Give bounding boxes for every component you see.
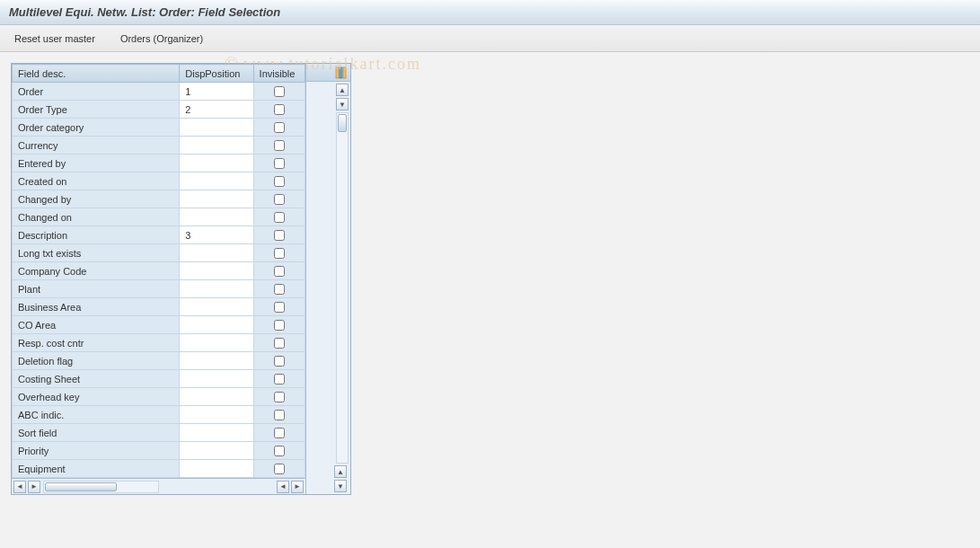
table-row[interactable]: Long txt exists [13, 244, 305, 262]
disp-position-cell[interactable]: 2 [180, 101, 253, 119]
disp-position-cell[interactable]: 1 [180, 83, 253, 101]
invisible-checkbox[interactable] [274, 176, 285, 187]
table-row[interactable]: Entered by [13, 155, 305, 172]
hscroll-right-button[interactable]: ► [28, 481, 40, 493]
vscroll-up-button[interactable]: ▲ [336, 84, 349, 96]
invisible-checkbox[interactable] [274, 356, 285, 367]
invisible-checkbox[interactable] [274, 374, 285, 384]
table-row[interactable]: Plant [13, 280, 305, 298]
table-row[interactable]: Changed by [13, 190, 305, 208]
disp-position-cell[interactable] [180, 424, 253, 442]
invisible-checkbox[interactable] [274, 104, 285, 115]
vscroll-track[interactable] [336, 112, 349, 464]
orders-organizer-button[interactable]: Orders (Organizer) [115, 30, 208, 48]
field-desc-cell[interactable]: Equipment [13, 460, 180, 478]
invisible-checkbox[interactable] [274, 302, 285, 313]
disp-position-cell[interactable] [180, 298, 253, 316]
invisible-checkbox[interactable] [274, 248, 285, 259]
invisible-checkbox[interactable] [274, 212, 285, 223]
invisible-checkbox[interactable] [274, 320, 285, 331]
disp-position-cell[interactable] [180, 155, 253, 172]
table-row[interactable]: Created on [13, 172, 305, 190]
vscroll-down-end-button[interactable]: ▼ [334, 480, 347, 492]
table-row[interactable]: Order Type2 [13, 101, 305, 119]
invisible-checkbox[interactable] [274, 446, 285, 456]
table-row[interactable]: Currency [13, 137, 305, 155]
table-row[interactable]: ABC indic. [13, 406, 305, 424]
table-row[interactable]: Overhead key [13, 388, 305, 406]
invisible-checkbox[interactable] [274, 266, 285, 277]
field-desc-cell[interactable]: Resp. cost cntr [13, 334, 180, 352]
table-row[interactable]: Sort field [13, 424, 305, 442]
disp-position-cell[interactable] [180, 442, 253, 460]
invisible-checkbox[interactable] [274, 194, 285, 205]
hscroll-left-button[interactable]: ◄ [13, 481, 26, 493]
field-desc-cell[interactable]: Costing Sheet [13, 370, 180, 388]
disp-position-cell[interactable] [180, 388, 253, 406]
vscroll-down-button[interactable]: ▼ [336, 98, 349, 110]
table-row[interactable]: Description3 [13, 226, 305, 244]
field-desc-cell[interactable]: Deletion flag [13, 352, 180, 370]
disp-position-cell[interactable] [180, 352, 253, 370]
table-row[interactable]: Costing Sheet [13, 370, 305, 388]
disp-position-cell[interactable] [180, 460, 253, 478]
invisible-checkbox[interactable] [274, 284, 285, 295]
field-desc-cell[interactable]: Currency [13, 137, 180, 155]
col-header-position[interactable]: DispPosition [180, 65, 253, 83]
field-desc-cell[interactable]: Priority [13, 442, 180, 460]
table-row[interactable]: Changed on [13, 208, 305, 226]
disp-position-cell[interactable] [180, 406, 253, 424]
invisible-checkbox[interactable] [274, 410, 285, 420]
field-desc-cell[interactable]: Sort field [13, 424, 180, 442]
field-desc-cell[interactable]: Description [13, 226, 180, 244]
table-row[interactable]: Order category [13, 119, 305, 137]
configure-columns-icon[interactable] [335, 66, 348, 79]
table-row[interactable]: CO Area [13, 316, 305, 334]
field-desc-cell[interactable]: ABC indic. [13, 406, 180, 424]
table-row[interactable]: Equipment [13, 460, 305, 478]
field-desc-cell[interactable]: Changed by [13, 190, 180, 208]
field-desc-cell[interactable]: Order category [13, 119, 180, 137]
invisible-checkbox[interactable] [274, 86, 285, 97]
disp-position-cell[interactable] [180, 208, 253, 226]
table-row[interactable]: Resp. cost cntr [13, 334, 305, 352]
disp-position-cell[interactable] [180, 262, 253, 280]
field-desc-cell[interactable]: CO Area [13, 316, 180, 334]
invisible-checkbox[interactable] [274, 338, 285, 349]
hscroll-track[interactable] [43, 481, 159, 493]
table-row[interactable]: Order1 [13, 83, 305, 101]
disp-position-cell[interactable] [180, 316, 253, 334]
field-desc-cell[interactable]: Order Type [13, 101, 180, 119]
disp-position-cell[interactable] [180, 334, 253, 352]
disp-position-cell[interactable] [180, 370, 253, 388]
field-desc-cell[interactable]: Business Area [13, 298, 180, 316]
disp-position-cell[interactable] [180, 244, 253, 262]
disp-position-cell[interactable] [180, 137, 253, 155]
disp-position-cell[interactable] [180, 172, 253, 190]
field-desc-cell[interactable]: Order [13, 83, 180, 101]
hscroll-thumb[interactable] [45, 482, 117, 491]
field-desc-cell[interactable]: Entered by [13, 155, 180, 172]
disp-position-cell[interactable] [180, 190, 253, 208]
field-desc-cell[interactable]: Created on [13, 172, 180, 190]
field-desc-cell[interactable]: Overhead key [13, 388, 180, 406]
table-row[interactable]: Company Code [13, 262, 305, 280]
vscroll-up-end-button[interactable]: ▲ [334, 465, 347, 478]
invisible-checkbox[interactable] [274, 140, 285, 151]
table-row[interactable]: Deletion flag [13, 352, 305, 370]
disp-position-cell[interactable] [180, 119, 253, 137]
reset-user-master-button[interactable]: Reset user master [9, 30, 101, 48]
field-desc-cell[interactable]: Long txt exists [13, 244, 180, 262]
table-row[interactable]: Priority [13, 442, 305, 460]
vscroll-thumb[interactable] [338, 114, 347, 132]
disp-position-cell[interactable] [180, 280, 253, 298]
hscroll-right-end-button[interactable]: ► [291, 481, 304, 493]
table-row[interactable]: Business Area [13, 298, 305, 316]
invisible-checkbox[interactable] [274, 230, 285, 241]
field-desc-cell[interactable]: Plant [13, 280, 180, 298]
invisible-checkbox[interactable] [274, 158, 285, 169]
col-header-invisible[interactable]: Invisible [253, 65, 305, 83]
col-header-field[interactable]: Field desc. [13, 65, 180, 83]
invisible-checkbox[interactable] [274, 464, 285, 474]
disp-position-cell[interactable]: 3 [180, 226, 253, 244]
